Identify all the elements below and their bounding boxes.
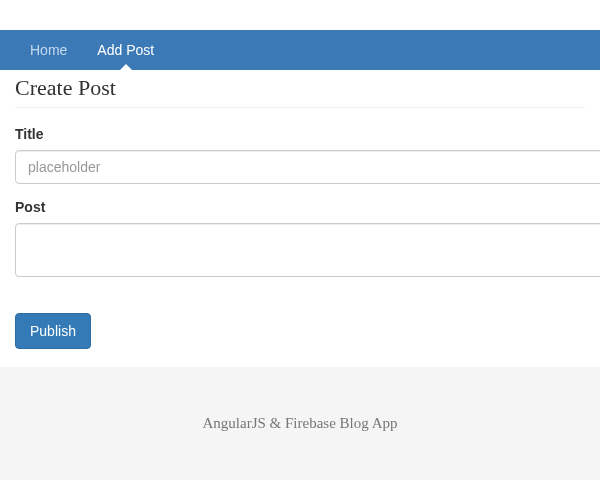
nav-item-add-post[interactable]: Add Post (82, 30, 169, 70)
publish-button[interactable]: Publish (15, 313, 91, 349)
navbar: Home Add Post (0, 30, 600, 70)
nav-list: Home Add Post (15, 30, 585, 70)
post-group: Post (15, 199, 585, 280)
footer: AngularJS & Firebase Blog App (0, 367, 600, 480)
footer-text: AngularJS & Firebase Blog App (0, 415, 600, 432)
create-post-form: Title Post Publish (15, 126, 585, 349)
nav-link-add-post[interactable]: Add Post (82, 30, 169, 70)
title-group: Title (15, 126, 585, 184)
main-container: Create Post Title Post Publish (0, 70, 600, 349)
post-textarea[interactable] (15, 223, 600, 277)
nav-item-home[interactable]: Home (15, 30, 82, 70)
post-label: Post (15, 199, 585, 215)
title-input[interactable] (15, 150, 600, 184)
title-label: Title (15, 126, 585, 142)
page-title: Create Post (15, 75, 585, 108)
nav-link-home[interactable]: Home (15, 30, 82, 70)
